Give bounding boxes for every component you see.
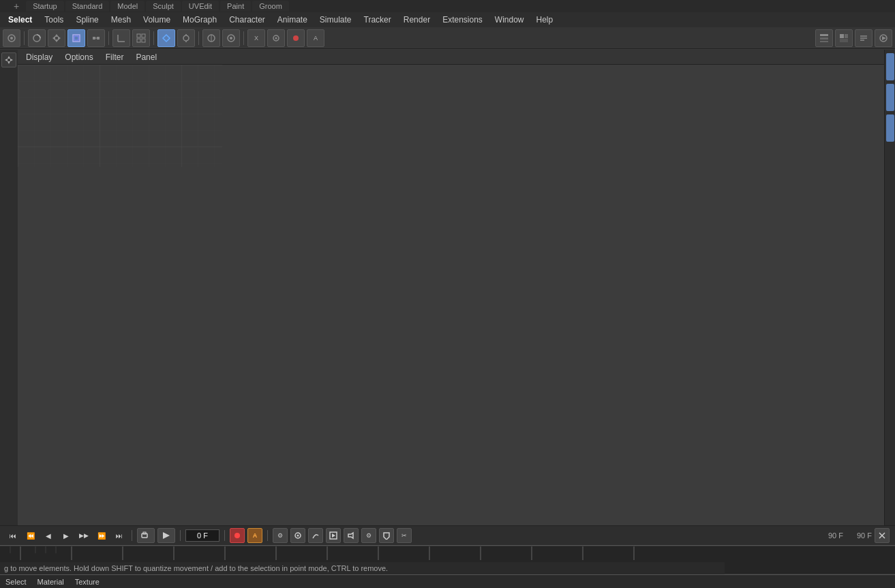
right-panel <box>884 50 895 568</box>
menu-mesh[interactable]: Mesh <box>106 14 136 26</box>
preview-btn[interactable] <box>290 528 305 543</box>
key-settings-btn[interactable]: ⚙ <box>273 528 288 543</box>
render-queue-btn[interactable] <box>875 29 892 47</box>
viewport-solo-btn[interactable] <box>222 29 240 47</box>
transport-sep-4 <box>267 530 268 541</box>
menu-select[interactable]: Select <box>3 14 37 26</box>
svg-marker-38 <box>882 36 886 40</box>
workspace-tabs-bar: + Startup Standard Model Sculpt UVEdit P… <box>0 0 895 12</box>
sym-settings-btn[interactable] <box>267 29 285 47</box>
record-btn[interactable] <box>230 528 245 543</box>
svg-rect-10 <box>97 37 100 40</box>
move-btn[interactable] <box>48 29 65 47</box>
key-mode-btn[interactable] <box>137 528 155 543</box>
menu-character[interactable]: Character <box>224 14 271 26</box>
menu-volume[interactable]: Volume <box>138 14 176 26</box>
render-preview-btn[interactable] <box>326 528 341 543</box>
left-toolbar <box>0 50 18 568</box>
frame-counters: 90 F 90 F <box>828 531 872 540</box>
record-btn[interactable] <box>287 29 305 47</box>
menu-extensions[interactable]: Extensions <box>437 14 488 26</box>
svg-marker-79 <box>332 533 335 538</box>
snap-to-grid-btn[interactable] <box>157 29 175 47</box>
tab-paint[interactable]: Paint <box>220 1 251 12</box>
toolbar-sep-4 <box>198 31 199 45</box>
svg-rect-9 <box>93 37 95 40</box>
svg-point-27 <box>293 35 299 41</box>
rotate-btn[interactable] <box>28 29 46 47</box>
svg-rect-8 <box>74 36 78 40</box>
prev-keyframe-btn[interactable]: ⏪ <box>23 528 38 543</box>
menu-spline[interactable]: Spline <box>70 14 104 26</box>
timeline-settings-btn[interactable]: ⚙ <box>361 528 376 543</box>
timeline-zoom-btn[interactable] <box>875 528 890 543</box>
menu-simulate[interactable]: Simulate <box>314 14 357 26</box>
svg-marker-80 <box>348 533 353 538</box>
view-display[interactable]: Display <box>20 51 58 63</box>
snap-btn-2[interactable] <box>177 29 195 47</box>
sound-btn[interactable] <box>344 528 359 543</box>
tab-startup[interactable]: Startup <box>26 1 63 12</box>
motion-clip-btn[interactable] <box>157 528 175 543</box>
snap-icon[interactable] <box>3 29 20 47</box>
menu-bar: Select Tools Spline Mesh Volume MoGraph … <box>0 12 895 27</box>
menu-tracker[interactable]: Tracker <box>359 14 397 26</box>
svg-marker-6 <box>58 36 61 40</box>
motion-btn[interactable]: A <box>307 29 324 47</box>
svg-marker-42 <box>10 59 13 61</box>
svg-rect-15 <box>142 34 145 37</box>
next-keyframe-btn[interactable]: ⏩ <box>94 528 109 543</box>
tab-uvedit[interactable]: UVEdit <box>182 1 219 12</box>
main-toolbar: X A <box>0 27 895 49</box>
tab-select[interactable]: Select <box>3 577 29 587</box>
hint-bar: g to move elements. Hold down SHIFT to q… <box>0 562 725 574</box>
svg-marker-40 <box>7 61 10 64</box>
sym-x-btn[interactable]: X <box>247 29 265 47</box>
tab-sculpt[interactable]: Sculpt <box>146 1 181 12</box>
play-btn[interactable]: ▶ <box>59 528 74 543</box>
next-frame-btn[interactable]: ▶▶ <box>76 528 91 543</box>
add-workspace-button[interactable]: + <box>14 1 19 12</box>
tab-standard[interactable]: Standard <box>65 1 110 12</box>
attr-btn[interactable] <box>855 29 873 47</box>
obj-manager-btn[interactable] <box>815 29 833 47</box>
last-frame-btn[interactable]: ⏭ <box>112 528 127 543</box>
tab-texture[interactable]: Texture <box>72 577 102 587</box>
motion-path-btn[interactable] <box>308 528 323 543</box>
bottom-tabs: Select Material Texture <box>0 574 895 588</box>
menu-tools[interactable]: Tools <box>39 14 69 26</box>
grid-btn[interactable] <box>132 29 150 47</box>
right-panel-btn-3[interactable] <box>886 114 894 142</box>
menu-render[interactable]: Render <box>398 14 436 26</box>
clip-btn[interactable]: ✂ <box>397 528 412 543</box>
transform-btn[interactable] <box>87 29 105 47</box>
right-panel-btn-1[interactable] <box>886 53 894 80</box>
render-region-btn[interactable] <box>202 29 220 47</box>
viewport-canvas[interactable]: X Z Y Grid Spacing : 5 cm <box>18 65 222 167</box>
menu-animate[interactable]: Animate <box>272 14 313 26</box>
right-panel-btn-2[interactable] <box>886 84 894 111</box>
svg-rect-45 <box>18 65 222 167</box>
prev-frame-btn[interactable]: ◀ <box>41 528 56 543</box>
svg-marker-41 <box>5 59 7 61</box>
first-frame-btn[interactable]: ⏮ <box>5 528 20 543</box>
scale-btn[interactable] <box>67 29 85 47</box>
menu-window[interactable]: Window <box>489 14 530 26</box>
view-filter[interactable]: Filter <box>100 51 130 63</box>
svg-rect-29 <box>820 37 828 40</box>
tab-groom[interactable]: Groom <box>252 1 289 12</box>
menu-mograph[interactable]: MoGraph <box>177 14 222 26</box>
axis-btn[interactable] <box>112 29 130 47</box>
view-panel[interactable]: Panel <box>130 51 162 63</box>
move-tool-btn[interactable] <box>1 52 16 67</box>
toolbar-sep-3 <box>153 31 154 45</box>
tab-material[interactable]: Material <box>35 577 67 587</box>
menu-help[interactable]: Help <box>531 14 559 26</box>
tab-model[interactable]: Model <box>110 1 145 12</box>
svg-rect-17 <box>142 39 145 42</box>
markers-btn[interactable] <box>379 528 394 543</box>
autokey-btn[interactable]: A <box>247 528 262 543</box>
scene-btn[interactable] <box>835 29 853 47</box>
current-frame-display[interactable]: 0 F <box>185 529 219 542</box>
view-options[interactable]: Options <box>59 51 98 63</box>
